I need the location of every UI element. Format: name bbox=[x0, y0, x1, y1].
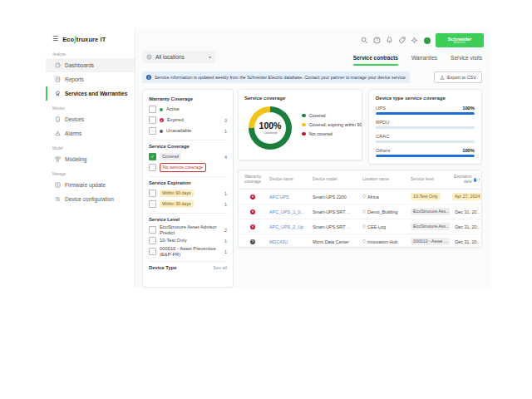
col-device-name[interactable]: Device name bbox=[267, 177, 310, 182]
location-filter-value: All locations bbox=[155, 54, 205, 60]
sidebar-section-monitor: Monitor bbox=[46, 101, 135, 112]
topbar: ? Schneider Electric bbox=[361, 33, 484, 47]
export-to-csv-button[interactable]: Export to CSV bbox=[434, 71, 482, 83]
warranty-expired-icon: ✕ bbox=[250, 224, 255, 229]
screen: ☰ Eco∫truxure IT Analyze Dashboards Repo… bbox=[0, 0, 532, 399]
filter-option-within-30-days[interactable]: Within 30 days 1 bbox=[149, 199, 227, 209]
col-location-name[interactable]: Location name bbox=[360, 177, 408, 182]
legend-dot-expiring bbox=[302, 123, 306, 127]
filter-option-active[interactable]: Active bbox=[149, 104, 227, 115]
device-name-link[interactable]: APC UPS bbox=[267, 195, 310, 200]
device-name-link[interactable]: APC_UPS_1_0... bbox=[267, 209, 310, 214]
devices-table: Warranty coverage Device name Device mod… bbox=[238, 170, 482, 248]
warranty-expired-icon: ✕ bbox=[250, 195, 255, 200]
device-name-link[interactable]: MDC43U bbox=[267, 239, 310, 244]
expired-status-icon: ✕ bbox=[160, 118, 164, 122]
location-pin-icon bbox=[362, 224, 366, 229]
table-header: Warranty coverage Device name Device mod… bbox=[239, 170, 481, 190]
donut-center-sublabel: Covered bbox=[264, 131, 277, 135]
svg-text:?: ? bbox=[376, 38, 378, 42]
sidebar-item-label: Alarms bbox=[65, 131, 81, 136]
main-content: ? Schneider Electric All locations ▾ Ser… bbox=[135, 29, 490, 288]
sidebar-item-reports[interactable]: Reports bbox=[46, 72, 135, 86]
service-level-chip: EcoStruxure Ass... bbox=[411, 223, 450, 229]
filter-option-asset-advisor-predict[interactable]: EcoStruxure Asset Advisor Predict 2 bbox=[149, 224, 227, 235]
service-level-chip: EcoStruxure Ass... bbox=[411, 208, 450, 214]
notifications-icon[interactable] bbox=[386, 37, 393, 44]
filter-option-10-test-only[interactable]: 10-Test Only 1 bbox=[149, 235, 227, 246]
user-avatar[interactable] bbox=[423, 37, 431, 44]
ecostruxure-app-window: ☰ Eco∫truxure IT Analyze Dashboards Repo… bbox=[46, 29, 490, 288]
filter-option-asset-preventive[interactable]: 000010 - Asset Preventive (E&P-FR) 1 bbox=[149, 246, 227, 257]
filter-option-covered[interactable]: ✓ Covered 4 bbox=[149, 151, 227, 162]
sidebar-item-devices[interactable]: Devices bbox=[46, 112, 135, 126]
help-icon[interactable]: ? bbox=[373, 37, 381, 44]
search-icon[interactable] bbox=[361, 37, 368, 44]
device-name-link[interactable]: APC_UPS_2_Up bbox=[267, 224, 310, 229]
legend-dot-covered bbox=[302, 114, 306, 118]
checkbox[interactable] bbox=[149, 116, 156, 124]
expiration-chip: Apr 27, 2024 bbox=[452, 193, 482, 200]
filter-group-service-expiration: Service Expiration bbox=[149, 180, 227, 185]
see-all-link[interactable]: See all bbox=[213, 265, 227, 270]
filter-option-expired[interactable]: ✕ Expired 3 bbox=[149, 115, 227, 126]
menu-icon[interactable]: ☰ bbox=[52, 36, 58, 42]
sort-ascending-icon[interactable]: ↑ bbox=[478, 177, 480, 183]
bar-group-ups: UPS100% bbox=[376, 106, 475, 115]
location-pin-icon bbox=[362, 195, 366, 199]
table-row[interactable]: ? MDC43U Micro Data Center Innovation Hu… bbox=[239, 234, 481, 248]
checkbox[interactable] bbox=[149, 237, 156, 244]
schneider-electric-logo[interactable]: Schneider Electric bbox=[436, 33, 484, 47]
sidebar-item-services-and-warranties[interactable]: Services and Warranties bbox=[46, 86, 135, 101]
checkbox[interactable] bbox=[149, 190, 156, 197]
tab-service-contracts[interactable]: Service contracts bbox=[353, 55, 398, 66]
sidebar-item-device-configuration[interactable]: Device configuration bbox=[46, 192, 135, 206]
tab-bar: Service contracts Warranties Service vis… bbox=[353, 55, 482, 66]
col-service-level[interactable]: Service level bbox=[408, 177, 450, 182]
device-type-coverage-title: Device type service coverage bbox=[376, 96, 475, 101]
info-banner-text: Service information is updated weekly fr… bbox=[155, 75, 406, 80]
sidebar-item-dashboards[interactable]: Dashboards bbox=[46, 58, 135, 72]
info-banner: i Service information is updated weekly … bbox=[142, 71, 410, 83]
device-type-coverage-card: Device type service coverage UPS100% RPD… bbox=[368, 89, 482, 165]
location-pin-icon bbox=[362, 209, 366, 214]
table-row[interactable]: ✕ APC_UPS_1_0... Smart-UPS SRT ... Demo_… bbox=[239, 204, 481, 219]
sidebar-item-label: Reports bbox=[65, 76, 84, 82]
sidebar-item-label: Modeling bbox=[65, 156, 86, 162]
sidebar-item-firmware-update[interactable]: Firmware update bbox=[46, 178, 135, 192]
sidebar-item-label: Services and Warranties bbox=[65, 91, 127, 96]
checkbox-checked[interactable]: ✓ bbox=[149, 153, 156, 160]
filter-option-no-service-coverage[interactable]: No service coverage bbox=[149, 162, 227, 173]
tab-warranties[interactable]: Warranties bbox=[411, 55, 437, 66]
filter-group-device-type: Device Type bbox=[149, 265, 176, 270]
legend-item-expiring: Covered, expiring within 90 days bbox=[302, 122, 362, 127]
sidebar-item-modeling[interactable]: Modeling bbox=[46, 152, 135, 166]
device-configuration-icon bbox=[54, 196, 61, 202]
sidebar-item-alarms[interactable]: Alarms bbox=[46, 126, 135, 140]
checkbox[interactable] bbox=[149, 164, 156, 171]
filter-option-unavailable[interactable]: Unavailable 1 bbox=[149, 126, 227, 136]
info-icon[interactable]: i bbox=[474, 178, 477, 182]
donut-center-value: 100% bbox=[259, 121, 282, 131]
location-filter-dropdown[interactable]: All locations ▾ bbox=[142, 51, 215, 63]
service-coverage-card: Service coverage 100% Covered Covered Co… bbox=[238, 89, 362, 160]
table-row[interactable]: ✕ APC UPS Smart-UPS 2200 Africa 10-Test … bbox=[239, 190, 481, 204]
devices-icon bbox=[54, 116, 61, 122]
modeling-icon bbox=[54, 156, 61, 162]
checkbox[interactable] bbox=[149, 226, 156, 234]
col-warranty-coverage[interactable]: Warranty coverage bbox=[239, 175, 267, 185]
tab-service-visits[interactable]: Service visits bbox=[451, 55, 482, 66]
legend-item-not-covered: Not covered bbox=[302, 131, 362, 136]
col-expiration-date[interactable]: Expiration date i ↑ bbox=[450, 175, 482, 185]
checkbox[interactable] bbox=[149, 106, 156, 113]
feedback-tag-icon[interactable] bbox=[398, 37, 406, 44]
settings-gear-icon[interactable] bbox=[411, 37, 418, 44]
table-row[interactable]: ✕ APC_UPS_2_Up Smart-UPS SRT ... CEE-Log… bbox=[239, 219, 481, 234]
filter-option-within-90-days[interactable]: Within 90 days 1 bbox=[149, 188, 227, 199]
checkbox[interactable] bbox=[149, 200, 156, 208]
checkbox[interactable] bbox=[149, 248, 156, 255]
col-device-model[interactable]: Device model bbox=[310, 177, 360, 182]
location-pin-icon bbox=[362, 239, 366, 244]
legend-dot-not-covered bbox=[302, 132, 306, 136]
checkbox[interactable] bbox=[149, 127, 156, 135]
